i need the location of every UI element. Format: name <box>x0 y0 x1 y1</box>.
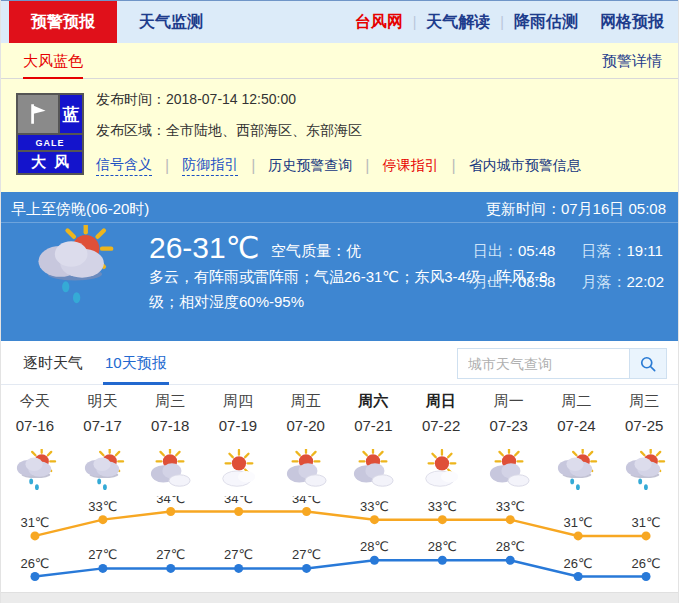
sun-moon-label: 月落： <box>581 273 626 290</box>
forecast-day-column[interactable]: 周四07-19 <box>204 389 272 491</box>
day-date: 07-22 <box>422 413 460 439</box>
weather-page: 预警预报 天气监测 台风网|天气解读|降雨估测网格预报 大风蓝色 预警详情 蓝 … <box>0 0 679 603</box>
low-temp-label: 27℃ <box>292 547 321 562</box>
high-temp-label: 34℃ <box>156 496 185 506</box>
low-temp-point <box>438 556 447 565</box>
low-temp-point <box>642 572 651 581</box>
warning-type-tab[interactable]: 大风蓝色 <box>23 52 83 71</box>
separator: | <box>500 14 504 30</box>
tab-warning-forecast[interactable]: 预警预报 <box>9 1 117 43</box>
nav-link[interactable]: 网格预报 <box>600 12 664 33</box>
weather-icon-shower <box>12 449 58 491</box>
warning-link[interactable]: 防御指引 <box>182 156 238 176</box>
forecast-day-column[interactable]: 周二07-24 <box>543 389 611 491</box>
current-weather-panel: 早上至傍晚(06-20时) 更新时间：07月16日 05:08 26-31℃ 空… <box>1 192 678 341</box>
forecast-day-column[interactable]: 周日07-22 <box>407 389 475 491</box>
flag-icon <box>18 95 58 133</box>
high-temp-point <box>506 515 515 524</box>
gale-blue-warning-badge: 蓝 GALE 大风 <box>16 93 84 175</box>
low-temp-label: 26℃ <box>564 556 593 571</box>
weather-icon-cloudy <box>350 449 396 491</box>
day-name: 周三 <box>629 389 659 413</box>
search-button[interactable] <box>629 348 667 379</box>
tab-hourly-weather[interactable]: 逐时天气 <box>23 354 83 373</box>
city-search-input[interactable] <box>457 348 629 379</box>
weather-icon-shower <box>80 449 126 491</box>
warning-panel: 蓝 GALE 大风 发布时间：2018-07-14 12:50:00 发布区域：… <box>1 79 678 192</box>
low-temp-label: 28℃ <box>428 539 457 554</box>
low-temp-point <box>506 556 515 565</box>
forecast-day-column[interactable]: 周一07-23 <box>475 389 543 491</box>
low-temp-point <box>234 564 243 573</box>
warning-link[interactable]: 信号含义 <box>96 156 152 176</box>
sun-moon-item: 月出：08:58 <box>473 273 556 292</box>
low-temp-point <box>166 564 175 573</box>
day-date: 07-19 <box>219 413 257 439</box>
high-temp-point <box>166 507 175 516</box>
publish-time-line: 发布时间：2018-07-14 12:50:00 <box>96 91 666 109</box>
tab-weather-monitor[interactable]: 天气监测 <box>117 1 225 43</box>
forecast-day-column[interactable]: 今天07-16 <box>1 389 69 491</box>
air-quality: 空气质量：优 <box>271 242 361 261</box>
nav-link[interactable]: 天气解读 <box>426 12 490 33</box>
high-temp-label: 33℃ <box>360 499 389 514</box>
high-temp-point <box>302 507 311 516</box>
high-temp-label: 33℃ <box>496 499 525 514</box>
day-name: 明天 <box>88 389 118 413</box>
forecast-day-column[interactable]: 周六07-21 <box>340 389 408 491</box>
high-temp-label: 34℃ <box>292 496 321 506</box>
sun-moon-value: 05:48 <box>518 242 556 259</box>
forecast-tab-bar: 逐时天气 10天预报 <box>1 341 678 385</box>
day-date: 07-17 <box>83 413 121 439</box>
forecast-day-column[interactable]: 周五07-20 <box>272 389 340 491</box>
low-temp-label: 26℃ <box>20 556 49 571</box>
weather-icon-cloudy <box>283 449 329 491</box>
forecast-day-column[interactable]: 周三07-18 <box>136 389 204 491</box>
update-time: 更新时间：07月16日 05:08 <box>486 200 666 219</box>
high-temp-point <box>30 531 39 540</box>
forecast-day-column[interactable]: 明天07-17 <box>69 389 137 491</box>
weather-icon-shower <box>621 449 667 491</box>
high-temp-point <box>370 515 379 524</box>
sun-moon-item: 月落：22:02 <box>581 273 664 292</box>
separator: | <box>165 157 169 175</box>
separator: | <box>413 14 417 30</box>
separator: | <box>451 157 455 175</box>
publish-area-line: 发布区域：全市陆地、西部海区、东部海区 <box>96 122 666 140</box>
sun-moon-item: 日落：19:11 <box>581 242 664 261</box>
low-temp-point <box>302 564 311 573</box>
current-weather-icon-shower <box>29 225 117 305</box>
day-date: 07-25 <box>625 413 663 439</box>
warning-link[interactable]: 省内城市预警信息 <box>469 157 581 175</box>
high-temp-point <box>98 515 107 524</box>
day-date: 07-23 <box>490 413 528 439</box>
high-temp-label: 31℃ <box>564 515 593 530</box>
top-nav: 预警预报 天气监测 台风网|天气解读|降雨估测网格预报 <box>1 0 678 43</box>
low-temp-label: 27℃ <box>88 547 117 562</box>
tab-ten-day-forecast[interactable]: 10天预报 <box>105 354 167 373</box>
day-name: 周五 <box>291 389 321 413</box>
low-temp-point <box>574 572 583 581</box>
warning-link[interactable]: 历史预警查询 <box>268 157 352 175</box>
sun-moon-item: 日出：05:48 <box>473 242 556 261</box>
city-search <box>457 348 667 379</box>
forecast-day-column[interactable]: 周三07-25 <box>610 389 678 491</box>
warning-bar: 大风蓝色 预警详情 <box>1 43 678 79</box>
separator: | <box>365 157 369 175</box>
weather-icon-sunny-cloud <box>215 449 261 491</box>
nav-link[interactable]: 台风网 <box>355 12 403 33</box>
day-name: 周三 <box>155 389 185 413</box>
low-temp-label: 28℃ <box>360 539 389 554</box>
day-name: 周四 <box>223 389 253 413</box>
sun-moon-label: 日出： <box>473 242 518 259</box>
low-temp-point <box>370 556 379 565</box>
publish-area-value: 全市陆地、西部海区、东部海区 <box>166 122 362 138</box>
warning-detail-link[interactable]: 预警详情 <box>602 52 662 71</box>
forecast-period-label: 早上至傍晚(06-20时) <box>11 200 149 219</box>
bottom-scroll-strip[interactable] <box>1 592 678 603</box>
ten-day-forecast-row: 今天07-16明天07-17周三07-18周四07-19周五07-20周六07-… <box>1 389 678 491</box>
day-name: 周一 <box>494 389 524 413</box>
nav-link[interactable]: 降雨估测 <box>514 12 578 33</box>
low-temp-label: 27℃ <box>224 547 253 562</box>
warning-link[interactable]: 停课指引 <box>382 157 438 175</box>
